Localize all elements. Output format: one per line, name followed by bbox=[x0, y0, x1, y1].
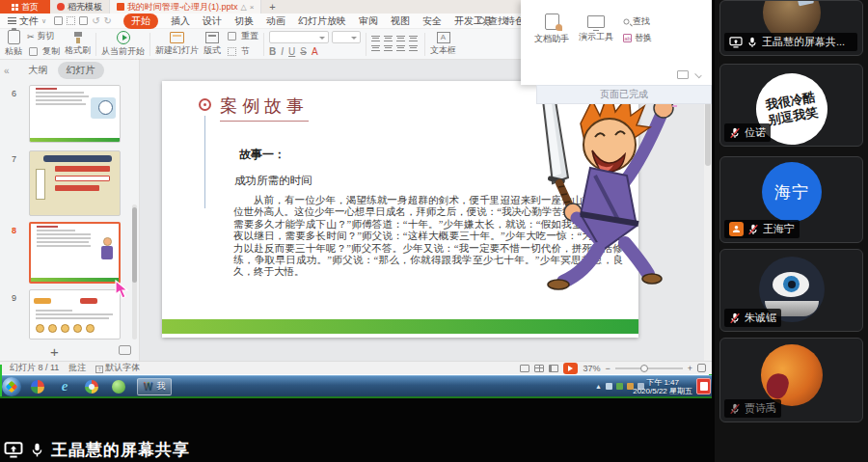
output-icon[interactable] bbox=[67, 16, 75, 25]
bold-button[interactable]: B bbox=[269, 46, 276, 57]
slide-thumbnail-6[interactable] bbox=[29, 85, 121, 143]
bullseye-icon bbox=[199, 98, 211, 111]
font-family-select[interactable] bbox=[269, 31, 329, 43]
paste-button[interactable]: 粘贴 bbox=[5, 30, 22, 58]
slideshow-play-button[interactable] bbox=[563, 363, 578, 374]
notes-popout-icon[interactable] bbox=[119, 345, 131, 355]
redo-icon[interactable]: ↻ bbox=[104, 15, 112, 26]
taskbar-360-browser[interactable] bbox=[81, 378, 102, 395]
section-button[interactable]: 节 bbox=[226, 45, 258, 58]
thumb-chip bbox=[55, 166, 110, 172]
find-button[interactable]: 查找 bbox=[478, 14, 507, 28]
format-painter-button[interactable]: 格式刷 bbox=[65, 32, 91, 57]
thumb-number-8: 8 bbox=[12, 226, 16, 235]
zoom-in-button[interactable]: + bbox=[688, 364, 692, 373]
tab-start[interactable]: 开始 bbox=[123, 14, 158, 29]
tab-slides[interactable]: 幻灯片 bbox=[58, 62, 104, 79]
italic-button[interactable]: I bbox=[281, 46, 284, 57]
tab-design[interactable]: 设计 bbox=[203, 14, 222, 28]
cut-button[interactable]: ✂剪切 bbox=[27, 30, 60, 42]
strike-button[interactable]: S bbox=[300, 46, 307, 57]
layout-button[interactable]: 版式 bbox=[203, 32, 221, 57]
zoom-slider[interactable] bbox=[615, 367, 683, 369]
taskbar-clock[interactable]: 下午 1:47 2020/5/22 星期五 bbox=[633, 378, 692, 395]
green-360-icon bbox=[112, 380, 125, 394]
tray-shield-icon[interactable] bbox=[616, 383, 623, 390]
tab-home[interactable]: 首页 bbox=[0, 0, 50, 14]
notification-badge-icon[interactable] bbox=[696, 378, 711, 394]
font-size-select[interactable] bbox=[332, 31, 361, 43]
tab-review[interactable]: 审阅 bbox=[359, 14, 378, 28]
paragraph-align-group[interactable] bbox=[371, 36, 420, 53]
new-tab-button[interactable]: + bbox=[261, 0, 283, 14]
zoom-level: 37% bbox=[583, 364, 600, 373]
panel-scrollbar[interactable] bbox=[132, 204, 137, 340]
zoom-slider-knob[interactable] bbox=[640, 365, 648, 372]
view-reading-icon[interactable] bbox=[549, 365, 558, 372]
panel-collapse-icon[interactable]: « bbox=[4, 66, 10, 76]
file-menu-button[interactable]: 文件 ∨ bbox=[0, 14, 52, 28]
taskbar-pinwheel-app[interactable] bbox=[27, 378, 48, 395]
undo-icon[interactable]: ↺ bbox=[92, 15, 99, 26]
taskbar-ie[interactable]: e bbox=[54, 378, 75, 395]
participant-name: 贾诗禹 bbox=[745, 401, 776, 416]
tab-document[interactable]: 我的时间管理-心理月(1).pptx △ × bbox=[109, 0, 261, 14]
find-button-2[interactable]: 查找 bbox=[623, 15, 652, 28]
presentation-tools-button[interactable]: 演示工具 bbox=[579, 14, 613, 43]
tab-docer[interactable]: 稻壳模板 bbox=[50, 0, 109, 14]
participant-tile[interactable]: 海宁 王海宁 bbox=[719, 156, 863, 243]
cut-label: 剪切 bbox=[38, 30, 55, 42]
start-button[interactable] bbox=[2, 377, 21, 396]
thumb-line bbox=[37, 230, 75, 231]
save-icon[interactable] bbox=[54, 16, 63, 25]
taskbar-360-safe[interactable] bbox=[108, 378, 129, 395]
participant-name-bar: 朱诚锯 bbox=[724, 309, 781, 327]
tab-security[interactable]: 安全 bbox=[422, 14, 442, 28]
taskbar-wps-window[interactable]: W 我 bbox=[137, 378, 172, 395]
mic-muted-icon bbox=[729, 403, 741, 415]
meeting-screen: 首页 稻壳模板 我的时间管理-心理月(1).pptx △ × + 文件 ∨ bbox=[0, 0, 868, 462]
slide-thumbnail-9[interactable] bbox=[29, 289, 121, 340]
font-color-button[interactable]: A bbox=[312, 46, 318, 57]
participant-tile-sharer[interactable]: 王晶慧的屏幕共... bbox=[719, 0, 863, 56]
underline-button[interactable]: U bbox=[288, 46, 295, 57]
tab-close-icon[interactable]: × bbox=[250, 3, 255, 12]
font-scheme-button[interactable]: T默认字体 bbox=[95, 362, 140, 374]
pinwheel-icon bbox=[31, 380, 44, 394]
new-slide-button[interactable]: 新建幻灯片 bbox=[155, 32, 199, 57]
reset-button[interactable]: 重置 bbox=[226, 30, 258, 42]
mini-monitor-icon[interactable] bbox=[677, 70, 689, 79]
view-normal-icon[interactable] bbox=[520, 365, 529, 372]
tab-outline[interactable]: 大纲 bbox=[29, 64, 48, 77]
fit-window-icon[interactable] bbox=[697, 364, 706, 372]
print-icon[interactable] bbox=[79, 16, 88, 25]
tab-view[interactable]: 视图 bbox=[391, 14, 410, 28]
participant-tile[interactable]: 朱诚锯 bbox=[719, 249, 863, 332]
view-sorter-icon[interactable] bbox=[534, 365, 544, 372]
slide-thumbnail-8-selected[interactable] bbox=[29, 222, 121, 284]
participant-name-bar: 王晶慧的屏幕共... bbox=[724, 33, 857, 51]
tab-insert[interactable]: 插入 bbox=[171, 14, 190, 28]
tray-expand-icon[interactable]: ▲ bbox=[595, 383, 602, 390]
participant-tile[interactable]: 贾诗禹 bbox=[719, 338, 863, 422]
mic-muted-icon bbox=[729, 127, 741, 139]
notes-button[interactable]: 批注 bbox=[68, 362, 86, 374]
zoom-out-button[interactable]: − bbox=[605, 364, 610, 373]
participant-tile[interactable]: 我很冷酷 别逗我笑 位诺 bbox=[719, 64, 863, 147]
textbox-button[interactable]: A 文本框 bbox=[430, 32, 456, 57]
slide-thumbnail-7[interactable] bbox=[29, 150, 121, 216]
tab-slideshow[interactable]: 幻灯片放映 bbox=[298, 14, 346, 28]
tab-transition[interactable]: 切换 bbox=[234, 14, 254, 28]
copy-button[interactable]: 复制 bbox=[27, 45, 60, 58]
collapse-ribbon-icon[interactable] bbox=[694, 71, 701, 78]
doc-assistant-button[interactable]: 文档助手 bbox=[534, 14, 569, 45]
doc-assistant-label: 文档助手 bbox=[534, 33, 569, 45]
tray-icon[interactable] bbox=[606, 383, 612, 390]
tab-animation[interactable]: 动画 bbox=[266, 14, 285, 28]
share-border-left bbox=[0, 365, 2, 398]
add-slide-button[interactable]: + bbox=[50, 343, 59, 360]
play-from-current-button[interactable]: 从当前开始 bbox=[101, 31, 145, 58]
replace-button[interactable]: ab替换 bbox=[623, 32, 652, 44]
canvas-scrollbar[interactable] bbox=[704, 60, 712, 361]
thumb-line bbox=[37, 241, 89, 243]
